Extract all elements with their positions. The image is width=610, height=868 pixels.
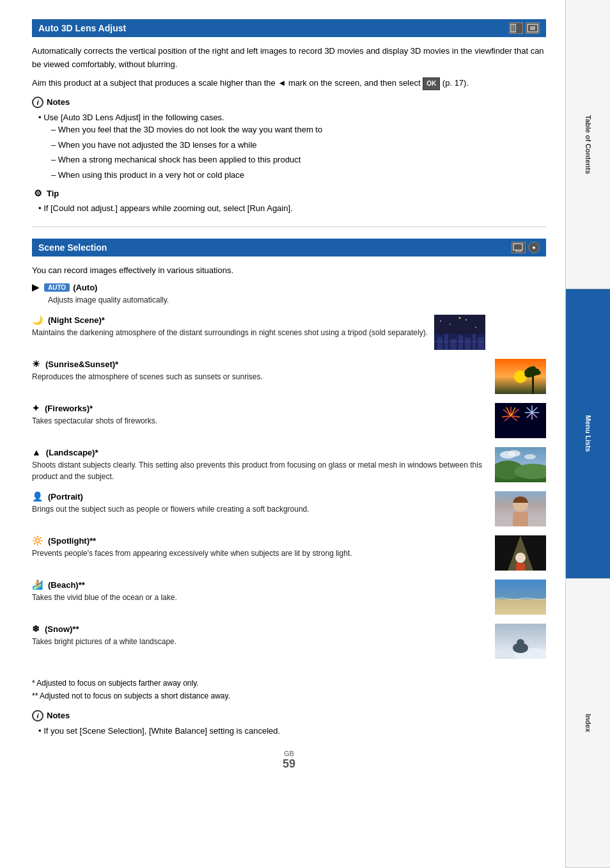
section1-tip: ⚙ Tip If [Could not adjust.] appears whi…	[32, 187, 546, 215]
svg-point-22	[459, 317, 461, 319]
sunrise-title: ☀ (Sunrise&Sunset)*	[32, 359, 489, 369]
notes2-title: i Notes	[32, 710, 546, 722]
3d-icon-right	[526, 22, 540, 34]
sidebar-menu-label: Menu Lists	[584, 415, 592, 452]
beach-title: 🏄 (Beach)**	[32, 580, 489, 590]
notes1-sub-3: When using this product in a very hot or…	[51, 169, 546, 182]
3d-icon-left	[509, 22, 523, 34]
ok-button-display: OK	[423, 77, 440, 90]
beach-desc: Takes the vivid blue of the ocean or a l…	[32, 592, 489, 603]
notes2-item-0: If you set [Scene Selection], [White Bal…	[38, 725, 546, 738]
landscape-desc: Shoots distant subjects clearly. This se…	[32, 459, 489, 482]
sidebar-tab-index[interactable]: Index	[566, 579, 610, 868]
section1-title: Auto 3D Lens Adjust	[38, 23, 126, 33]
fireworks-title: ✦ (Fireworks)*	[32, 403, 489, 413]
svg-point-21	[475, 327, 476, 328]
svg-point-66	[517, 639, 524, 647]
notes1-sub-1: When you have not adjusted the 3D lenses…	[51, 139, 546, 152]
beach-title-text: (Beach)**	[48, 580, 85, 590]
section2-icons: ●	[512, 242, 540, 253]
night-image	[434, 315, 485, 350]
notes1-list: Use [Auto 3D Lens Adjust] in the followi…	[32, 111, 546, 182]
scene-portrait: 👤 (Portrait) Brings out the subject such…	[32, 491, 546, 526]
spotlight-title: 🔆 (Spotlight)**	[32, 535, 489, 546]
sidebar-tab-toc[interactable]: Table of Contents	[566, 0, 610, 289]
section1-icons	[509, 22, 540, 34]
notes2-label: Notes	[47, 711, 70, 720]
svg-point-53	[524, 454, 536, 459]
snow-title-text: (Snow)**	[45, 624, 79, 634]
svg-point-59	[515, 553, 526, 563]
scene-spotlight-text: 🔆 (Spotlight)** Prevents people's faces …	[32, 535, 489, 559]
svg-rect-56	[513, 512, 528, 526]
spotlight-icon: 🔆	[32, 535, 43, 546]
snow-icon: ❄	[32, 624, 40, 634]
notes1-label: Notes	[47, 97, 70, 107]
section2-body: You can record images effectively in var…	[32, 264, 546, 278]
notes1-sub-2: When a strong mechanical shock has been …	[51, 154, 546, 166]
night-icon: 🌙	[32, 315, 43, 325]
svg-rect-10	[437, 337, 442, 350]
notes2-icon: i	[32, 710, 43, 722]
night-desc: Maintains the darkening atmosphere of th…	[32, 327, 428, 338]
page-number: 59	[283, 757, 295, 770]
right-sidebar: Table of Contents Menu Lists Index	[565, 0, 610, 868]
svg-rect-11	[444, 334, 448, 350]
fireworks-icon: ✦	[32, 403, 40, 413]
scene-sunrise-text: ☀ (Sunrise&Sunset)* Reproduces the atmos…	[32, 359, 489, 383]
scene-fireworks: ✦ (Fireworks)* Takes spectacular shots o…	[32, 403, 546, 438]
scenes-right-col: ☀ (Sunrise&Sunset)* Reproduces the atmos…	[32, 359, 546, 668]
auto-badge: AUTO	[44, 283, 70, 292]
tip-icon: ⚙	[32, 187, 43, 199]
scene-spotlight: 🔆 (Spotlight)** Prevents people's faces …	[32, 535, 546, 571]
scene-auto-title: ▶ AUTO (Auto)	[32, 282, 546, 292]
scene-landscape-text: ▲ (Landscape)* Shoots distant subjects c…	[32, 447, 489, 482]
landscape-title: ▲ (Landscape)*	[32, 447, 489, 457]
sunrise-desc: Reproduces the atmosphere of scenes such…	[32, 371, 489, 383]
spotlight-image	[495, 535, 546, 571]
svg-rect-13	[458, 335, 463, 350]
landscape-icon: ▲	[32, 447, 41, 457]
portrait-icon: 👤	[32, 491, 43, 501]
sidebar-toc-label: Table of Contents	[584, 115, 592, 174]
svg-rect-29	[495, 403, 546, 438]
scene-night-text: 🌙 (Night Scene)* Maintains the darkening…	[32, 315, 428, 338]
scene-night-title: 🌙 (Night Scene)*	[32, 315, 428, 325]
snow-desc: Takes bright pictures of a white landsca…	[32, 636, 489, 647]
footnote2: ** Adjusted not to focus on subjects a s…	[32, 690, 546, 702]
portrait-image	[495, 491, 546, 526]
portrait-desc: Brings out the subject such as people or…	[32, 503, 489, 515]
snow-title: ❄ (Snow)**	[32, 624, 489, 634]
landscape-title-text: (Landscape)*	[46, 448, 98, 457]
notes-icon: i	[32, 97, 43, 108]
notes1-sub-0: When you feel that the 3D movies do not …	[51, 123, 546, 136]
scene-night: 🌙 (Night Scene)* Maintains the darkening…	[32, 315, 546, 350]
svg-rect-12	[450, 339, 457, 350]
section1-body1: Automatically corrects the vertical posi…	[32, 45, 546, 72]
scene-landscape: ▲ (Landscape)* Shoots distant subjects c…	[32, 447, 546, 482]
sunrise-title-text: (Sunrise&Sunset)*	[45, 359, 118, 369]
landscape-image	[495, 447, 546, 482]
footnotes: * Adjusted to focus on subjects farther …	[32, 677, 546, 702]
tip-item-0: If [Could not adjust.] appears while zoo…	[38, 202, 546, 215]
night-title-text: (Night Scene)*	[48, 315, 105, 325]
svg-rect-61	[495, 580, 546, 615]
sidebar-tab-menu[interactable]: Menu Lists	[566, 289, 610, 578]
scene-auto: ▶ AUTO (Auto) Adjusts image quality auto…	[32, 282, 546, 306]
notes1-sublist: When you feel that the 3D movies do not …	[38, 123, 546, 181]
auto-desc: Adjusts image quality automatically.	[32, 294, 546, 306]
svg-point-19	[450, 324, 451, 325]
scene-fireworks-text: ✦ (Fireworks)* Takes spectacular shots o…	[32, 403, 489, 427]
sidebar-index-label: Index	[584, 714, 592, 732]
section2-header: Scene Selection ●	[32, 239, 546, 256]
svg-rect-4	[513, 244, 522, 250]
svg-rect-3	[530, 26, 535, 30]
page-label: GB	[284, 750, 294, 757]
footnote1: * Adjusted to focus on subjects farther …	[32, 677, 546, 690]
svg-point-18	[440, 320, 441, 322]
scene-snow-text: ❄ (Snow)** Takes bright pictures of a wh…	[32, 624, 489, 647]
svg-rect-14	[465, 338, 471, 350]
fireworks-image	[495, 403, 546, 438]
section1-header: Auto 3D Lens Adjust	[32, 19, 546, 37]
section1-body2-text: Aim this product at a subject that produ…	[32, 78, 421, 88]
